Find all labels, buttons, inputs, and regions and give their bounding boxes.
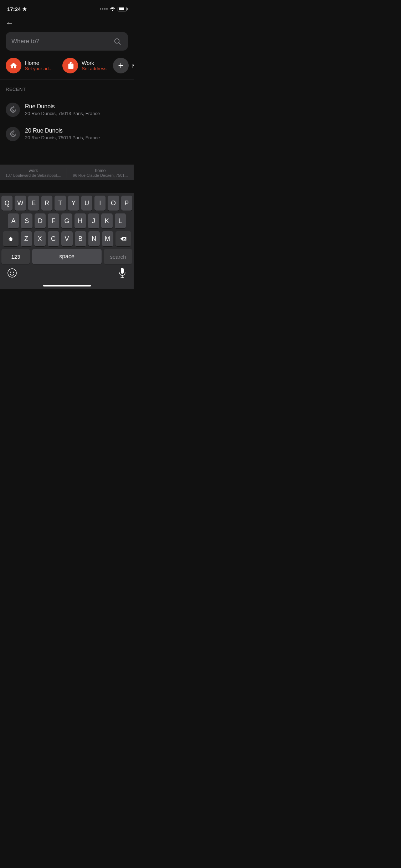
key-a[interactable]: A	[8, 213, 19, 228]
keyboard-autocomplete: work 137 Boulevard de Sébastopol,... hom…	[0, 165, 134, 180]
keyboard-bottom-row: 123 space search	[1, 249, 132, 265]
search-key[interactable]: search	[104, 249, 132, 264]
numbers-key[interactable]: 123	[1, 249, 30, 264]
keyboard: Q W E R T Y U I O P A S D F G H J K L Z …	[0, 193, 134, 289]
svg-line-1	[119, 43, 120, 45]
key-k[interactable]: K	[101, 213, 112, 228]
work-label: Work	[82, 60, 106, 66]
work-destination[interactable]: Work Set address	[62, 58, 106, 73]
back-arrow-icon: ←	[6, 19, 14, 27]
key-s[interactable]: S	[21, 213, 32, 228]
emoji-button[interactable]	[7, 268, 17, 279]
keyboard-emoji-row	[1, 265, 132, 283]
key-x[interactable]: X	[34, 231, 46, 246]
space-key[interactable]: space	[32, 249, 102, 264]
home-destination[interactable]: Home Set your ad...	[6, 58, 52, 73]
key-i[interactable]: I	[94, 196, 106, 211]
home-indicator	[43, 285, 91, 286]
status-time: 17:24	[7, 6, 27, 12]
back-button[interactable]: ←	[0, 16, 134, 31]
more-destination[interactable]: More	[113, 58, 134, 73]
key-l[interactable]: L	[115, 213, 126, 228]
mic-icon	[118, 268, 127, 278]
recent-subtitle-1: 20 Rue Dunois, 75013 Paris, France	[25, 111, 100, 116]
key-n[interactable]: N	[88, 231, 100, 246]
key-h[interactable]: H	[74, 213, 86, 228]
battery-icon	[118, 7, 127, 11]
work-svg	[66, 62, 74, 69]
svg-point-5	[10, 272, 11, 273]
search-svg	[113, 37, 121, 45]
key-v[interactable]: V	[61, 231, 73, 246]
svg-point-6	[13, 272, 14, 273]
key-j[interactable]: J	[88, 213, 99, 228]
key-b[interactable]: B	[75, 231, 86, 246]
keyboard-row-2: A S D F G H J K L	[1, 213, 132, 228]
svg-rect-7	[121, 268, 124, 274]
history-icon-1	[9, 106, 16, 113]
status-bar: 17:24	[0, 0, 134, 16]
recent-section-label: RECENT	[6, 87, 128, 92]
key-g[interactable]: G	[61, 213, 72, 228]
home-icon	[6, 58, 21, 73]
key-u[interactable]: U	[81, 196, 92, 211]
autocomplete-work-label: work	[29, 168, 38, 173]
recent-icon-2	[6, 127, 20, 141]
search-placeholder: Where to?	[11, 38, 109, 45]
key-f[interactable]: F	[48, 213, 59, 228]
recent-title-1: Rue Dunois	[25, 103, 100, 110]
key-r[interactable]: R	[41, 196, 52, 211]
autocomplete-home-label: home	[95, 168, 106, 173]
autocomplete-work-value: 137 Boulevard de Sébastopol,...	[5, 173, 61, 177]
key-p[interactable]: P	[121, 196, 132, 211]
recent-item-2[interactable]: 20 Rue Dunois 20 Rue Dunois, 75013 Paris…	[6, 122, 128, 146]
recent-subtitle-2: 20 Rue Dunois, 75013 Paris, France	[25, 135, 100, 140]
key-t[interactable]: T	[55, 196, 66, 211]
recent-section: RECENT Rue Dunois 20 Rue Dunois, 75013 P…	[0, 79, 134, 146]
recent-item-1[interactable]: Rue Dunois 20 Rue Dunois, 75013 Paris, F…	[6, 98, 128, 122]
key-w[interactable]: W	[15, 196, 26, 211]
more-label: More	[132, 63, 134, 69]
key-d[interactable]: D	[35, 213, 46, 228]
key-o[interactable]: O	[108, 196, 119, 211]
signal-icon	[100, 8, 108, 10]
recent-icon-1	[6, 103, 20, 117]
key-m[interactable]: M	[102, 231, 113, 246]
search-bar[interactable]: Where to?	[6, 32, 128, 51]
key-q[interactable]: Q	[1, 196, 12, 211]
more-icon	[113, 58, 129, 73]
quick-destinations: Home Set your ad... Work Set address Mor…	[0, 55, 134, 79]
svg-point-0	[115, 39, 119, 43]
delete-key[interactable]	[115, 231, 131, 246]
work-icon	[62, 58, 78, 73]
key-y[interactable]: Y	[68, 196, 79, 211]
home-sublabel: Set your ad...	[25, 66, 52, 71]
recent-title-2: 20 Rue Dunois	[25, 128, 100, 134]
shift-key[interactable]	[3, 231, 19, 246]
shift-icon	[7, 235, 14, 242]
keyboard-row-3: Z X C V B N M	[1, 231, 132, 246]
svg-point-4	[8, 269, 16, 277]
search-bar-container: Where to?	[0, 31, 134, 55]
keyboard-row-1: Q W E R T Y U I O P	[1, 196, 132, 211]
wifi-icon	[110, 7, 115, 11]
delete-icon	[120, 236, 127, 242]
autocomplete-home-value: 96 Rue Claude Decaen, 7501...	[73, 173, 128, 177]
key-c[interactable]: C	[48, 231, 59, 246]
autocomplete-home[interactable]: home 96 Rue Claude Decaen, 7501...	[67, 167, 134, 178]
emoji-icon	[7, 268, 17, 278]
search-icon	[112, 36, 122, 46]
home-label: Home	[25, 60, 52, 66]
work-sublabel: Set address	[82, 66, 106, 71]
status-icons	[100, 7, 127, 11]
more-plus-svg	[117, 62, 125, 69]
location-icon	[22, 7, 27, 11]
mic-button[interactable]	[118, 268, 127, 280]
history-icon-2	[9, 130, 16, 138]
autocomplete-work[interactable]: work 137 Boulevard de Sébastopol,...	[0, 167, 67, 178]
key-z[interactable]: Z	[21, 231, 32, 246]
home-svg	[10, 62, 17, 69]
key-e[interactable]: E	[28, 196, 39, 211]
